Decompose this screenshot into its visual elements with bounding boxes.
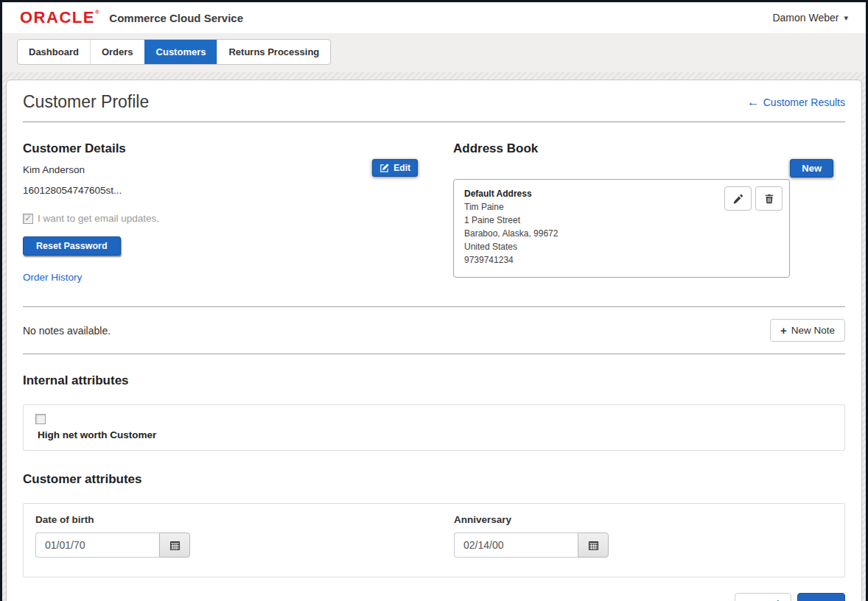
default-address-card: Default Address Tim Paine 1 Paine Street…: [453, 179, 790, 278]
chevron-down-icon: ▾: [844, 13, 848, 23]
delete-address-button[interactable]: [755, 186, 783, 211]
new-note-label: New Note: [791, 325, 835, 336]
back-arrow-icon: ←: [747, 96, 760, 108]
pencil-icon: [733, 194, 743, 204]
edit-address-button[interactable]: [724, 186, 752, 211]
date-of-birth-label: Date of birth: [35, 514, 454, 525]
customer-attributes-box: Date of birth Anniversary: [23, 503, 845, 577]
customer-results-link[interactable]: ← Customer Results: [747, 96, 845, 108]
address-street: 1 Paine Street: [464, 214, 779, 227]
internal-attributes-heading: Internal attributes: [23, 373, 845, 388]
date-of-birth-calendar-button[interactable]: [159, 533, 190, 558]
anniversary-input-group: [454, 533, 833, 558]
address-city-state-zip: Baraboo, Alaska, 99672: [464, 227, 779, 240]
calendar-icon: [169, 540, 181, 551]
content-card: Customer Profile ← Customer Results Cust…: [6, 80, 862, 601]
tab-group: Dashboard Orders Customers Returns Proce…: [17, 39, 331, 65]
edit-icon: [379, 164, 389, 173]
calendar-icon: [588, 540, 599, 551]
customer-details-heading: Customer Details: [23, 141, 453, 156]
registered-mark: ®: [95, 9, 100, 15]
user-name: Damon Weber: [772, 12, 839, 24]
footer-actions: Cancel Save: [23, 593, 845, 601]
tab-band: Dashboard Orders Customers Returns Proce…: [2, 33, 866, 72]
app-window: ORACLE® Commerce Cloud Service Damon Web…: [2, 2, 866, 596]
oracle-logo: ORACLE®: [20, 10, 100, 26]
date-of-birth-input[interactable]: [35, 533, 159, 558]
page-title: Customer Profile: [23, 92, 149, 112]
tab-customers[interactable]: Customers: [144, 40, 217, 64]
customer-details-section: Customer Details Kim Anderson 1601280547…: [23, 141, 453, 284]
address-book-heading: Address Book: [453, 141, 845, 156]
high-net-worth-label: High net worth Customer: [35, 429, 833, 440]
back-link-label: Customer Results: [763, 96, 845, 108]
order-history-link[interactable]: Order History: [23, 272, 82, 283]
anniversary-field: Anniversary: [454, 514, 833, 558]
customer-login: 160128054747605st...: [23, 185, 453, 196]
internal-attributes-box: High net worth Customer: [23, 404, 845, 451]
address-phone: 9739741234: [464, 253, 779, 267]
product-name: Commerce Cloud Service: [109, 12, 243, 24]
top-header: ORACLE® Commerce Cloud Service Damon Web…: [2, 2, 866, 33]
anniversary-calendar-button[interactable]: [578, 533, 609, 558]
address-book-section: Address Book New Default Address Tim Pai…: [453, 141, 845, 284]
tab-orders[interactable]: Orders: [90, 40, 144, 64]
anniversary-input[interactable]: [454, 533, 578, 558]
notes-empty-message: No notes available.: [23, 325, 111, 337]
email-optin-row: ✓ I want to get email updates.: [23, 213, 453, 224]
new-note-button[interactable]: + New Note: [770, 319, 845, 342]
address-country: United States: [464, 240, 779, 253]
email-optin-label: I want to get email updates.: [38, 213, 159, 224]
main-area: Customer Profile ← Customer Results Cust…: [2, 72, 866, 601]
tab-returns-processing[interactable]: Returns Processing: [217, 40, 330, 64]
tab-dashboard[interactable]: Dashboard: [18, 40, 90, 64]
title-row: Customer Profile ← Customer Results: [23, 92, 845, 112]
email-optin-checkbox: ✓: [23, 214, 33, 224]
edit-button[interactable]: Edit: [372, 159, 418, 177]
user-menu-button[interactable]: Damon Weber ▾: [772, 12, 848, 24]
plus-icon: +: [780, 325, 787, 336]
date-of-birth-field: Date of birth: [35, 514, 454, 558]
anniversary-label: Anniversary: [454, 514, 833, 525]
notes-section: No notes available. + New Note: [23, 307, 845, 354]
address-card-actions: [724, 186, 783, 211]
title-divider: [23, 122, 845, 122]
high-net-worth-checkbox[interactable]: [35, 414, 46, 424]
reset-password-button[interactable]: Reset Password: [23, 236, 121, 256]
date-of-birth-input-group: [35, 533, 454, 558]
edit-button-label: Edit: [393, 163, 410, 173]
new-address-button[interactable]: New: [790, 159, 833, 178]
customer-attributes-heading: Customer attributes: [23, 472, 845, 487]
section-divider-2: [23, 354, 845, 354]
profile-columns: Customer Details Kim Anderson 1601280547…: [23, 141, 845, 284]
trash-icon: [764, 194, 774, 204]
save-button[interactable]: Save: [797, 593, 845, 601]
cancel-button[interactable]: Cancel: [735, 593, 792, 601]
